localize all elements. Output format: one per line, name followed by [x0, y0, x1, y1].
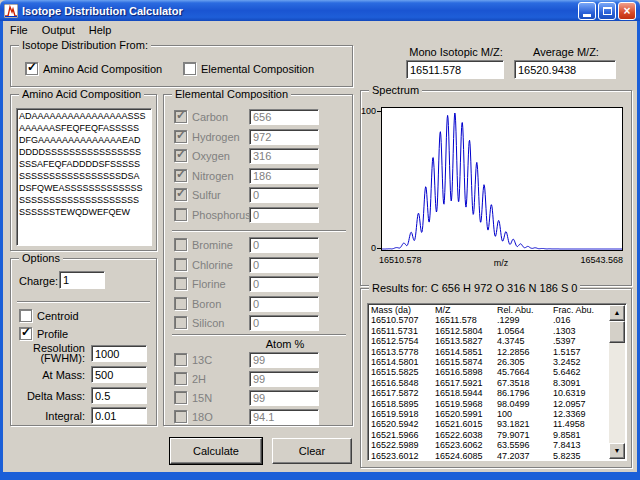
results-cell: 16523.6062: [435, 440, 497, 450]
results-header: Mass (da)M/ZRel. Abu.Frac. Abu.: [371, 305, 609, 315]
results-cell: 12.0957: [553, 399, 607, 409]
menu-file[interactable]: File: [3, 22, 35, 38]
at-mass-label: At Mass:: [25, 369, 85, 381]
minimize-button[interactable]: [578, 2, 596, 20]
isotope-15n-checkbox: [174, 391, 187, 404]
results-row[interactable]: 16514.580116515.587426.3053.2452: [371, 357, 609, 367]
scrollbar-thumb[interactable]: [609, 321, 625, 343]
title-bar: Isotope Distribution Calculator ×: [0, 0, 640, 21]
results-cell: 3.2452: [553, 357, 607, 367]
x-axis-min-label: 16510.578: [379, 255, 422, 265]
results-cell: 16518.5944: [435, 388, 497, 398]
charge-label: Charge:: [19, 275, 58, 287]
average-mz-label: Average M/Z:: [514, 46, 618, 58]
results-row[interactable]: 16516.584816517.592167.35188.3091: [371, 378, 609, 388]
centroid-checkbox-label: Centroid: [37, 310, 79, 322]
arrow-down-icon: ▼: [614, 447, 621, 454]
at-mass-input[interactable]: [91, 366, 147, 383]
results-cell: 100: [497, 409, 553, 419]
element-sulfur-checkbox: [174, 188, 187, 201]
results-rows: Mass (da)M/ZRel. Abu.Frac. Abu.16510.570…: [371, 305, 609, 459]
results-row[interactable]: 16519.591816520.599110012.3369: [371, 409, 609, 419]
results-cell: 45.7664: [497, 367, 553, 377]
results-row[interactable]: 16511.573116512.58041.0564.1303: [371, 326, 609, 336]
element-chlorine-label: Chlorine: [192, 259, 233, 271]
resolution-input[interactable]: [91, 345, 147, 362]
element-hydrogen-value: 972: [249, 129, 319, 145]
results-list: Mass (da)M/ZRel. Abu.Frac. Abu.16510.570…: [367, 303, 627, 461]
results-column-header: Mass (da): [371, 305, 435, 315]
window-frame: [0, 472, 640, 480]
results-legend: Results for: C 656 H 972 O 316 N 186 S 0: [369, 282, 580, 294]
isotope-18o-value: 94.1: [249, 409, 319, 425]
results-cell: 4.3745: [497, 336, 553, 346]
integral-input[interactable]: [91, 407, 147, 424]
results-cell: 1.5157: [553, 347, 607, 357]
element-florine-label: Florine: [192, 278, 226, 290]
element-phosphorus-checkbox: [174, 208, 187, 221]
element-hydrogen-label: Hydrogen: [192, 131, 240, 143]
results-cell: 7.8413: [553, 440, 607, 450]
amino-acid-composition-checkbox[interactable]: [25, 62, 38, 75]
scroll-down-button[interactable]: ▼: [609, 443, 625, 459]
results-scrollbar[interactable]: ▲ ▼: [609, 305, 625, 459]
results-row[interactable]: 16513.577816514.585112.28561.5157: [371, 347, 609, 357]
results-row[interactable]: 16517.587216518.594486.179610.6319: [371, 388, 609, 398]
isotope-13c-label: 13C: [192, 354, 212, 366]
charge-input[interactable]: [59, 271, 105, 289]
element-sulfur-label: Sulfur: [192, 189, 221, 201]
profile-checkbox[interactable]: [19, 327, 32, 340]
results-column-header: M/Z: [435, 305, 497, 315]
maximize-button[interactable]: [598, 2, 616, 20]
results-cell: 26.305: [497, 357, 553, 367]
results-cell: .016: [553, 315, 607, 325]
results-cell: 5.6462: [553, 367, 607, 377]
amino-acid-legend: Amino Acid Composition: [19, 88, 144, 100]
element-carbon-value: 656: [249, 109, 319, 125]
results-cell: 8.3091: [553, 378, 607, 388]
results-cell: 47.2037: [497, 451, 553, 459]
results-row[interactable]: 16523.601216524.608547.20375.8235: [371, 451, 609, 459]
delta-mass-input[interactable]: [91, 387, 147, 404]
menu-help[interactable]: Help: [82, 22, 119, 38]
results-cell: 12.2856: [497, 347, 553, 357]
results-row[interactable]: 16510.570716511.578.1299.016: [371, 315, 609, 325]
results-cell: 16511.5731: [371, 326, 435, 336]
mono-isotopic-mz-label: Mono Isotopic M/Z:: [404, 46, 508, 58]
results-cell: 63.5596: [497, 440, 553, 450]
results-row[interactable]: 16520.594216521.601593.182111.4958: [371, 419, 609, 429]
elemental-composition-checkbox[interactable]: [183, 62, 196, 75]
isotope-2h-value: 99: [249, 371, 319, 387]
menu-output[interactable]: Output: [35, 22, 82, 38]
results-cell: 11.4958: [553, 419, 607, 429]
average-mz-value[interactable]: [514, 60, 616, 79]
results-row[interactable]: 16515.582516516.589845.76645.6462: [371, 367, 609, 377]
close-button[interactable]: ×: [618, 2, 636, 20]
results-row[interactable]: 16521.596616522.603879.90719.8581: [371, 430, 609, 440]
results-cell: .5397: [553, 336, 607, 346]
clear-button[interactable]: Clear: [272, 438, 352, 464]
results-row[interactable]: 16518.589516519.596898.049912.0957: [371, 399, 609, 409]
element-phosphorus-label: Phosphorus: [192, 209, 251, 221]
results-cell: 16517.5872: [371, 388, 435, 398]
delta-mass-label: Delta Mass:: [13, 390, 85, 402]
element-sulfur-value: 0: [249, 187, 319, 203]
source-fieldset: Isotope Distribution From: Amino Acid Co…: [10, 45, 353, 87]
sequence-input[interactable]: ADAAAAAAAAAAAAAAAASSS AAAAAASFEQFEQFASSS…: [16, 108, 152, 246]
mono-isotopic-mz-value[interactable]: [406, 60, 504, 79]
source-legend: Isotope Distribution From:: [19, 39, 151, 51]
scroll-up-button[interactable]: ▲: [609, 305, 625, 321]
calculate-button[interactable]: Calculate: [170, 438, 262, 464]
results-cell: 16522.6038: [435, 430, 497, 440]
results-cell: 16515.5874: [435, 357, 497, 367]
isotope-13c-value: 99: [249, 352, 319, 368]
results-cell: .1303: [553, 326, 607, 336]
results-row[interactable]: 16522.598916523.606263.55967.8413: [371, 440, 609, 450]
isotope-18o-label: 18O: [192, 411, 213, 423]
y-axis-min-label: 0: [361, 243, 376, 253]
centroid-checkbox[interactable]: [19, 309, 32, 322]
results-row[interactable]: 16512.575416513.58274.3745.5397: [371, 336, 609, 346]
results-cell: 16520.5991: [435, 409, 497, 419]
element-oxygen-value: 316: [249, 148, 319, 164]
element-carbon-checkbox: [174, 110, 187, 123]
